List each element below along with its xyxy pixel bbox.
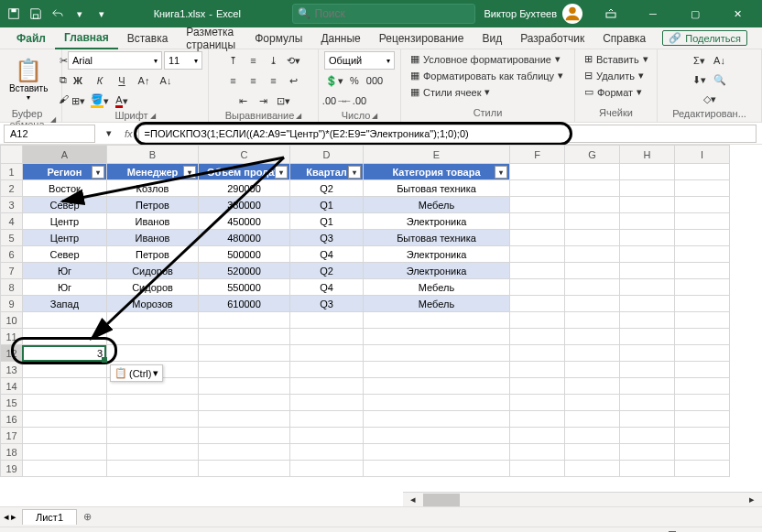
cell[interactable]: Электроника	[364, 213, 510, 230]
cell[interactable]	[620, 395, 675, 411]
cell[interactable]: Категория товара▾	[364, 164, 510, 180]
cell[interactable]	[107, 444, 199, 461]
format-table-button[interactable]: ▦Форматировать как таблицу▾	[407, 68, 569, 83]
cell[interactable]	[510, 444, 565, 461]
cell[interactable]: Бытовая техника	[364, 180, 510, 197]
cell[interactable]	[675, 411, 730, 428]
search-box[interactable]: 🔍	[292, 4, 475, 24]
tab-formulas[interactable]: Формулы	[245, 27, 311, 49]
indent-inc-icon[interactable]: ⇥	[254, 92, 274, 110]
namebox-dropdown-icon[interactable]: ▾	[99, 125, 119, 143]
cell[interactable]	[290, 362, 364, 378]
cell[interactable]	[199, 395, 290, 411]
cell[interactable]	[510, 329, 565, 345]
cell[interactable]	[23, 461, 107, 477]
tab-layout[interactable]: Разметка страницы	[177, 27, 245, 49]
paste-options-button[interactable]: 📋(Ctrl)▾	[110, 364, 163, 382]
tab-review[interactable]: Рецензирование	[370, 27, 474, 49]
fill-color-button[interactable]: 🪣▾	[90, 92, 110, 110]
cell[interactable]	[364, 378, 510, 395]
merge-button[interactable]: ⊡▾	[274, 92, 294, 110]
cell[interactable]	[565, 279, 620, 296]
row-header[interactable]: 11	[1, 329, 23, 345]
cell[interactable]	[565, 197, 620, 213]
cell[interactable]: Север	[23, 197, 107, 213]
cell[interactable]	[23, 444, 107, 461]
filter-icon[interactable]: ▾	[92, 166, 104, 179]
font-name-combo[interactable]: Arial▾	[68, 51, 162, 70]
cell[interactable]	[199, 461, 290, 477]
cell[interactable]: Иванов	[107, 213, 199, 230]
cell[interactable]: Q3	[290, 230, 364, 246]
row-header[interactable]: 10	[1, 312, 23, 329]
cell[interactable]	[675, 395, 730, 411]
cell[interactable]	[199, 444, 290, 461]
tab-developer[interactable]: Разработчик	[511, 27, 593, 49]
align-left-icon[interactable]: ≡	[223, 71, 244, 90]
shrink-font-icon[interactable]: A↓	[156, 71, 176, 90]
cell[interactable]	[510, 395, 565, 411]
align-bottom-icon[interactable]: ⤓	[264, 51, 284, 70]
cell[interactable]	[510, 428, 565, 444]
cell[interactable]: Регион▾	[23, 164, 107, 180]
cell[interactable]: 610000	[199, 296, 290, 312]
cell[interactable]: 550000	[199, 279, 290, 296]
clear-icon[interactable]: ◇▾	[700, 90, 720, 108]
cell[interactable]	[675, 444, 730, 461]
fill-icon[interactable]: ⬇▾	[690, 71, 710, 89]
wrap-text-icon[interactable]: ↩	[284, 71, 304, 90]
cell[interactable]	[510, 230, 565, 246]
cell[interactable]	[199, 411, 290, 428]
cell[interactable]	[565, 296, 620, 312]
cell[interactable]: 380000	[199, 197, 290, 213]
cell[interactable]: 500000	[199, 246, 290, 263]
cell[interactable]	[199, 345, 290, 362]
cell[interactable]	[510, 164, 565, 180]
row-header[interactable]: 19	[1, 461, 23, 477]
sheet-tab[interactable]: Лист1	[22, 509, 77, 525]
conditional-format-button[interactable]: ▦Условное форматирование▾	[407, 51, 569, 67]
cell[interactable]	[290, 345, 364, 362]
cell[interactable]	[620, 461, 675, 477]
cell[interactable]	[510, 362, 565, 378]
filter-icon[interactable]: ▾	[183, 166, 196, 179]
grow-font-icon[interactable]: A↑	[134, 71, 154, 90]
cell[interactable]: Петров	[107, 197, 199, 213]
cell[interactable]	[23, 378, 107, 395]
cell[interactable]	[510, 197, 565, 213]
cell[interactable]	[107, 329, 199, 345]
cell[interactable]	[620, 378, 675, 395]
cell[interactable]	[364, 461, 510, 477]
cell[interactable]: Север	[23, 246, 107, 263]
view-layout-icon[interactable]: ▥	[573, 527, 593, 533]
cell[interactable]	[620, 362, 675, 378]
col-header-f[interactable]: F	[510, 146, 565, 164]
cell[interactable]: 290000	[199, 180, 290, 197]
font-size-combo[interactable]: 11▾	[164, 51, 202, 70]
cell[interactable]	[199, 329, 290, 345]
cell[interactable]	[620, 180, 675, 197]
cell[interactable]: Козлов	[107, 180, 199, 197]
cell[interactable]	[565, 213, 620, 230]
cell[interactable]: Электроника	[364, 246, 510, 263]
cell[interactable]: Сидоров	[107, 279, 199, 296]
cell-styles-button[interactable]: ▦Стили ячеек▾	[407, 84, 569, 100]
cell[interactable]	[565, 312, 620, 329]
cell[interactable]: Петров	[107, 246, 199, 263]
cell[interactable]	[620, 263, 675, 279]
cell[interactable]: 450000	[199, 213, 290, 230]
cell[interactable]: Мебель	[364, 296, 510, 312]
cell[interactable]	[23, 362, 107, 378]
row-header[interactable]: 6	[1, 246, 23, 263]
col-header-a[interactable]: A	[23, 146, 107, 164]
cell[interactable]	[107, 395, 199, 411]
cell[interactable]: Q1	[290, 213, 364, 230]
redo-icon[interactable]: ▾	[70, 4, 90, 24]
cell[interactable]	[510, 296, 565, 312]
tab-file[interactable]: Файл	[7, 27, 55, 49]
cell[interactable]: Q2	[290, 263, 364, 279]
row-header[interactable]: 1	[1, 164, 23, 180]
row-header[interactable]: 8	[1, 279, 23, 296]
cell[interactable]	[199, 312, 290, 329]
cell[interactable]	[565, 329, 620, 345]
